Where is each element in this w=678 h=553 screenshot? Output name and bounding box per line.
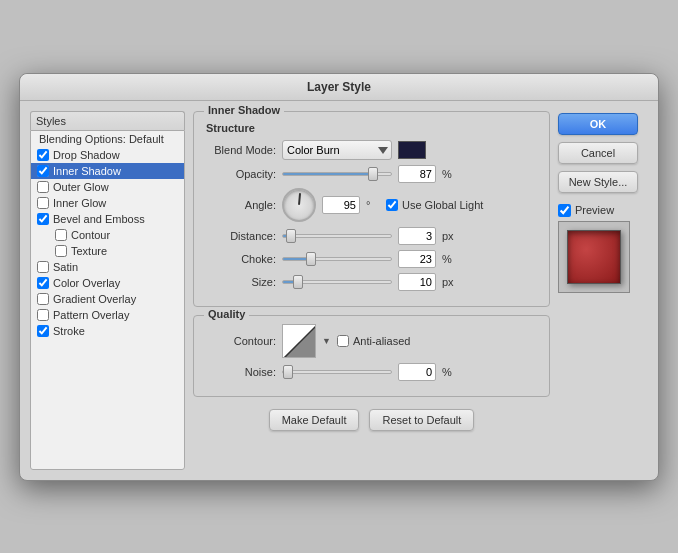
sidebar-item-texture[interactable]: Texture	[31, 243, 184, 259]
pattern-overlay-checkbox[interactable]	[37, 309, 49, 321]
bottom-buttons-row: Make Default Reset to Default	[193, 409, 550, 431]
outer-glow-checkbox[interactable]	[37, 181, 49, 193]
outer-glow-label[interactable]: Outer Glow	[53, 181, 109, 193]
sidebar-item-drop-shadow[interactable]: Drop Shadow	[31, 147, 184, 163]
satin-label[interactable]: Satin	[53, 261, 78, 273]
angle-row: Angle: ° Use Global Light	[206, 188, 537, 222]
styles-panel-label: Styles	[30, 111, 185, 130]
blend-mode-color-swatch[interactable]	[398, 141, 426, 159]
make-default-button[interactable]: Make Default	[269, 409, 360, 431]
contour-label: Contour:	[206, 335, 276, 347]
angle-label: Angle:	[206, 199, 276, 211]
sidebar-item-inner-glow[interactable]: Inner Glow	[31, 195, 184, 211]
inner-shadow-section: Inner Shadow Structure Blend Mode: Color…	[193, 111, 550, 307]
size-label: Size:	[206, 276, 276, 288]
sidebar-item-bevel-emboss[interactable]: Bevel and Emboss	[31, 211, 184, 227]
sidebar-item-gradient-overlay[interactable]: Gradient Overlay	[31, 291, 184, 307]
noise-input[interactable]	[398, 363, 436, 381]
size-input[interactable]	[398, 273, 436, 291]
dialog-title: Layer Style	[307, 80, 371, 94]
noise-label: Noise:	[206, 366, 276, 378]
sidebar-item-outer-glow[interactable]: Outer Glow	[31, 179, 184, 195]
choke-label: Choke:	[206, 253, 276, 265]
opacity-row: Opacity: %	[206, 165, 537, 183]
preview-text: Preview	[575, 204, 614, 216]
sidebar-item-satin[interactable]: Satin	[31, 259, 184, 275]
noise-unit: %	[442, 366, 456, 378]
size-unit: px	[442, 276, 456, 288]
blend-mode-select-wrapper: Color Burn Normal Multiply Screen Overla…	[282, 140, 392, 160]
quality-title: Quality	[204, 308, 249, 320]
color-overlay-checkbox[interactable]	[37, 277, 49, 289]
drop-shadow-checkbox[interactable]	[37, 149, 49, 161]
inner-glow-label[interactable]: Inner Glow	[53, 197, 106, 209]
styles-list: Blending Options: Default Drop Shadow In…	[30, 130, 185, 470]
ok-button[interactable]: OK	[558, 113, 638, 135]
angle-input[interactable]	[322, 196, 360, 214]
preview-box	[558, 221, 630, 293]
opacity-label: Opacity:	[206, 168, 276, 180]
choke-slider[interactable]	[282, 257, 392, 261]
blend-mode-row: Blend Mode: Color Burn Normal Multiply S…	[206, 140, 537, 160]
structure-subtitle: Structure	[206, 122, 537, 134]
pattern-overlay-label[interactable]: Pattern Overlay	[53, 309, 129, 321]
stroke-checkbox[interactable]	[37, 325, 49, 337]
preview-checkbox[interactable]	[558, 204, 571, 217]
blend-mode-label: Blend Mode:	[206, 144, 276, 156]
size-row: Size: px	[206, 273, 537, 291]
section-title: Inner Shadow	[204, 104, 284, 116]
inner-glow-checkbox[interactable]	[37, 197, 49, 209]
texture-label[interactable]: Texture	[71, 245, 107, 257]
sidebar-item-inner-shadow[interactable]: Inner Shadow	[31, 163, 184, 179]
choke-unit: %	[442, 253, 456, 265]
contour-label[interactable]: Contour	[71, 229, 110, 241]
layer-style-dialog: Layer Style Styles Blending Options: Def…	[19, 73, 659, 481]
opacity-input[interactable]	[398, 165, 436, 183]
sidebar-item-color-overlay[interactable]: Color Overlay	[31, 275, 184, 291]
angle-degree-symbol: °	[366, 199, 380, 211]
anti-aliased-checkbox[interactable]	[337, 335, 349, 347]
gradient-overlay-label[interactable]: Gradient Overlay	[53, 293, 136, 305]
texture-checkbox[interactable]	[55, 245, 67, 257]
preview-swatch	[567, 230, 621, 284]
contour-dropdown-icon: ▼	[322, 336, 331, 346]
size-slider[interactable]	[282, 280, 392, 284]
bevel-emboss-label[interactable]: Bevel and Emboss	[53, 213, 145, 225]
distance-label: Distance:	[206, 230, 276, 242]
inner-shadow-label[interactable]: Inner Shadow	[53, 165, 121, 177]
use-global-light-checkbox[interactable]	[386, 199, 398, 211]
contour-thumbnail[interactable]	[282, 324, 316, 358]
dialog-body: Styles Blending Options: Default Drop Sh…	[20, 101, 658, 480]
drop-shadow-label[interactable]: Drop Shadow	[53, 149, 120, 161]
noise-row: Noise: %	[206, 363, 537, 381]
new-style-button[interactable]: New Style...	[558, 171, 638, 193]
distance-input[interactable]	[398, 227, 436, 245]
choke-input[interactable]	[398, 250, 436, 268]
preview-label-row: Preview	[558, 204, 614, 217]
angle-dial[interactable]	[282, 188, 316, 222]
sidebar-item-contour[interactable]: Contour	[31, 227, 184, 243]
distance-slider[interactable]	[282, 234, 392, 238]
middle-panel: Inner Shadow Structure Blend Mode: Color…	[193, 111, 550, 470]
inner-shadow-checkbox[interactable]	[37, 165, 49, 177]
color-overlay-label[interactable]: Color Overlay	[53, 277, 120, 289]
gradient-overlay-checkbox[interactable]	[37, 293, 49, 305]
distance-row: Distance: px	[206, 227, 537, 245]
opacity-slider[interactable]	[282, 172, 392, 176]
choke-row: Choke: %	[206, 250, 537, 268]
quality-section: Quality Contour: ▼ Anti-aliased	[193, 315, 550, 397]
contour-row: Contour: ▼ Anti-aliased	[206, 324, 537, 358]
contour-checkbox[interactable]	[55, 229, 67, 241]
use-global-light-label: Use Global Light	[386, 199, 483, 211]
preview-section: Preview	[558, 204, 648, 293]
stroke-label[interactable]: Stroke	[53, 325, 85, 337]
sidebar-item-stroke[interactable]: Stroke	[31, 323, 184, 339]
satin-checkbox[interactable]	[37, 261, 49, 273]
sidebar-item-blending-options[interactable]: Blending Options: Default	[31, 131, 184, 147]
noise-slider[interactable]	[282, 370, 392, 374]
bevel-emboss-checkbox[interactable]	[37, 213, 49, 225]
blend-mode-select[interactable]: Color Burn Normal Multiply Screen Overla…	[282, 140, 392, 160]
sidebar-item-pattern-overlay[interactable]: Pattern Overlay	[31, 307, 184, 323]
reset-to-default-button[interactable]: Reset to Default	[369, 409, 474, 431]
cancel-button[interactable]: Cancel	[558, 142, 638, 164]
